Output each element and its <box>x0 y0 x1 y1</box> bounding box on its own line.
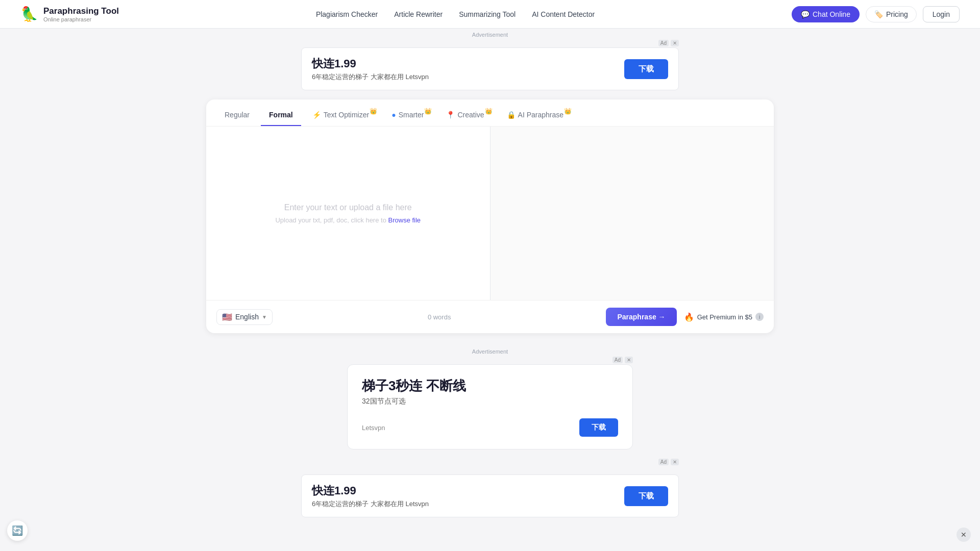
ad-middle-brand: Letsvpn <box>362 424 385 432</box>
tab-text-optimizer-crown: 👑 <box>370 108 377 115</box>
browse-file-link[interactable]: Browse file <box>388 216 421 224</box>
word-count: 0 words <box>428 313 451 321</box>
ad-section-middle: Advertisement Ad ✕ 梯子3秒连 不断线 32国节点可选 Let… <box>206 345 774 449</box>
tab-formal[interactable]: Formal <box>261 107 301 126</box>
pricing-icon: 🏷️ <box>874 10 883 18</box>
tab-text-optimizer[interactable]: ⚡ Text Optimizer 👑 <box>304 107 380 126</box>
tab-ai-paraphrase-crown: 👑 <box>564 108 572 115</box>
ad-middle-ad-badge[interactable]: Ad <box>612 357 623 363</box>
ad-middle-subtitle: 32国节点可选 <box>362 397 618 406</box>
creative-icon: 📍 <box>446 111 455 119</box>
ad-bottom-subtitle: 6年稳定运营的梯子 大家都在用 Letsvpn <box>312 499 429 509</box>
ad-top-btn[interactable]: 下载 <box>624 59 668 79</box>
language-selector[interactable]: 🇺🇸 English ▼ <box>216 309 273 325</box>
placeholder-sub: Upload your txt, pdf, doc, click here to… <box>275 216 421 224</box>
header-actions: 💬 Chat Online 🏷️ Pricing Login <box>792 6 960 22</box>
tool-card: Regular Formal ⚡ Text Optimizer 👑 ● Smar… <box>206 99 774 333</box>
nav-article-rewriter[interactable]: Article Rewriter <box>394 10 443 18</box>
paraphrase-button[interactable]: Paraphrase → <box>606 308 676 326</box>
header: 🦜 Paraphrasing Tool Online paraphraser P… <box>0 0 980 29</box>
tab-smarter-crown: 👑 <box>424 108 432 115</box>
flag-icon: 🇺🇸 <box>222 312 232 322</box>
chat-online-button[interactable]: 💬 Chat Online <box>792 6 860 22</box>
ad-label-top: Advertisement <box>0 29 980 40</box>
ad-middle-btn[interactable]: 下载 <box>579 418 618 437</box>
login-button[interactable]: Login <box>923 6 960 22</box>
logo-title: Paraphrasing Tool <box>43 6 119 16</box>
main-container: Regular Formal ⚡ Text Optimizer 👑 ● Smar… <box>194 99 786 517</box>
nav-plagiarism-checker[interactable]: Plagiarism Checker <box>316 10 378 18</box>
ad-bottom-title: 快连1.99 <box>312 483 429 498</box>
chat-icon: 💬 <box>801 10 810 18</box>
tab-smarter[interactable]: ● Smarter 👑 <box>383 107 435 126</box>
logo[interactable]: 🦜 Paraphrasing Tool Online paraphraser <box>20 6 119 22</box>
language-label: English <box>235 313 259 321</box>
ad-label-middle: Advertisement <box>206 345 774 357</box>
ad-card-middle: 梯子3秒连 不断线 32国节点可选 Letsvpn 下载 <box>347 364 633 449</box>
placeholder-main: Enter your text or upload a file here <box>284 203 412 212</box>
fire-icon: 🔥 <box>684 312 694 322</box>
ad-top-title: 快连1.99 <box>312 56 429 71</box>
logo-subtitle: Online paraphraser <box>43 16 119 22</box>
ad-top-close[interactable]: ✕ <box>671 40 679 46</box>
logo-icon: 🦜 <box>20 6 38 22</box>
ad-banner-bottom: 快连1.99 6年稳定运营的梯子 大家都在用 Letsvpn 下载 <box>301 474 679 517</box>
bottom-right-actions: Paraphrase → 🔥 Get Premium in $5 i <box>606 308 764 326</box>
main-nav: Plagiarism Checker Article Rewriter Summ… <box>316 10 595 18</box>
bottom-bar: 🇺🇸 English ▼ 0 words Paraphrase → 🔥 Get … <box>206 300 774 333</box>
floating-icon: 🔄 <box>12 525 23 536</box>
info-icon[interactable]: i <box>755 313 764 321</box>
ai-paraphrase-icon: 🔒 <box>507 111 516 119</box>
ad-bottom-close-x[interactable]: ✕ <box>671 459 679 465</box>
premium-label: Get Premium in $5 <box>697 313 752 321</box>
tabs-bar: Regular Formal ⚡ Text Optimizer 👑 ● Smar… <box>206 99 774 127</box>
editor-area: Enter your text or upload a file here Up… <box>206 127 774 300</box>
chevron-down-icon: ▼ <box>262 314 267 320</box>
floating-tool-button[interactable]: 🔄 <box>7 520 28 541</box>
tab-regular[interactable]: Regular <box>216 107 258 126</box>
tab-ai-paraphrase[interactable]: 🔒 AI Paraphrase 👑 <box>499 107 575 126</box>
input-panel[interactable]: Enter your text or upload a file here Up… <box>206 127 491 300</box>
ad-middle-close[interactable]: ✕ <box>625 357 633 363</box>
ad-banner-top: 快连1.99 6年稳定运营的梯子 大家都在用 Letsvpn 下载 <box>301 47 679 90</box>
smarter-icon: ● <box>391 111 396 119</box>
ad-bottom-btn[interactable]: 下载 <box>624 486 668 506</box>
tab-creative[interactable]: 📍 Creative 👑 <box>438 107 495 126</box>
ad-middle-title: 梯子3秒连 不断线 <box>362 377 618 395</box>
nav-summarizing-tool[interactable]: Summarizing Tool <box>459 10 516 18</box>
ad-bottom-ad-badge[interactable]: Ad <box>658 459 669 465</box>
output-panel <box>491 127 774 300</box>
premium-badge[interactable]: 🔥 Get Premium in $5 i <box>684 312 764 322</box>
close-icon: ✕ <box>961 531 967 539</box>
pricing-button[interactable]: 🏷️ Pricing <box>866 6 917 22</box>
ad-top-ad-badge[interactable]: Ad <box>658 40 669 46</box>
text-optimizer-icon: ⚡ <box>312 111 321 119</box>
ad-top-subtitle: 6年稳定运营的梯子 大家都在用 Letsvpn <box>312 72 429 82</box>
tab-creative-crown: 👑 <box>485 108 493 115</box>
close-corner-button[interactable]: ✕ <box>957 528 971 542</box>
nav-ai-content-detector[interactable]: AI Content Detector <box>532 10 595 18</box>
